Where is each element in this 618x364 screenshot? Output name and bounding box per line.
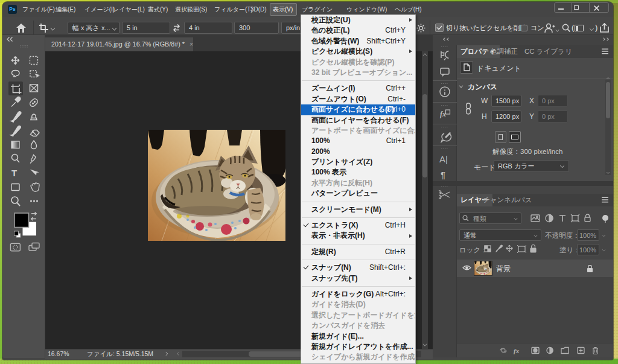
svg-text:fx: fx <box>514 347 520 354</box>
svg-text:A|: A| <box>439 154 448 164</box>
svg-text:fx: fx <box>440 110 446 118</box>
svg-text:T: T <box>11 168 17 178</box>
svg-text:¶: ¶ <box>441 170 445 180</box>
